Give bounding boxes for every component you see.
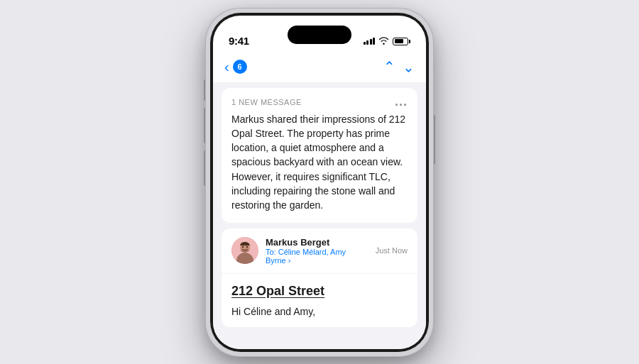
signal-icon: [364, 38, 376, 45]
email-body: 212 Opal Street Hi Céline and Amy,: [222, 274, 417, 327]
phone-screen: 9:41: [213, 16, 426, 349]
status-time: 9:41: [229, 35, 249, 47]
battery-icon: [393, 38, 410, 45]
email-card[interactable]: Markus Berget To: Céline Mélard, Amy Byr…: [222, 228, 417, 327]
email-greeting: Hi Céline and Amy,: [231, 306, 408, 317]
signal-bar-1: [364, 42, 366, 45]
sender-avatar: [231, 237, 258, 264]
email-subject: 212 Opal Street: [231, 284, 408, 299]
signal-bar-4: [373, 38, 375, 45]
sender-name: Markus Berget: [266, 237, 368, 248]
svg-point-3: [242, 246, 244, 248]
navigate-down-button[interactable]: ⌃: [403, 58, 415, 75]
content-area: 1 NEW MESSAGE ··· Markus shared their im…: [213, 82, 426, 349]
avatar-image: [231, 237, 258, 264]
sender-to: To: Céline Mélard, Amy Byrne ›: [266, 248, 368, 265]
wifi-icon: [378, 36, 389, 47]
email-timestamp: Just Now: [376, 246, 408, 255]
inbox-badge[interactable]: 6: [233, 60, 247, 74]
nav-back-group[interactable]: ‹ 6: [224, 60, 247, 74]
back-chevron-icon[interactable]: ‹: [224, 60, 229, 74]
power-button: [433, 115, 435, 165]
preview-body-text: Markus shared their impressions of 212 O…: [231, 112, 408, 213]
preview-label: 1 NEW MESSAGE: [231, 98, 408, 106]
dynamic-island: [288, 26, 351, 44]
to-label: To:: [266, 248, 276, 256]
status-icons: [364, 36, 411, 47]
nav-bar: ‹ 6 ⌃ ⌃: [213, 51, 426, 82]
nav-arrows-group: ⌃ ⌃: [383, 58, 415, 75]
email-header: Markus Berget To: Céline Mélard, Amy Byr…: [222, 228, 417, 274]
phone-device: 9:41: [206, 9, 433, 356]
signal-bar-3: [370, 39, 372, 45]
signal-bar-2: [366, 40, 368, 45]
recipients-link[interactable]: Céline Mélard, Amy Byrne ›: [266, 248, 346, 265]
navigate-up-button[interactable]: ⌃: [383, 58, 395, 75]
sender-info: Markus Berget To: Céline Mélard, Amy Byr…: [266, 237, 368, 265]
preview-card: 1 NEW MESSAGE ··· Markus shared their im…: [222, 88, 417, 223]
more-options-button[interactable]: ···: [395, 98, 408, 113]
svg-point-4: [246, 246, 248, 248]
